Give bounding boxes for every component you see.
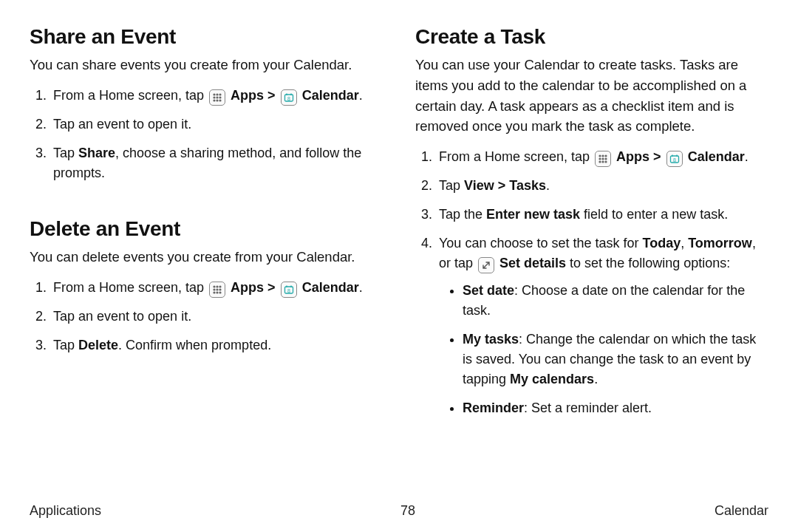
text: From a Home screen, tap xyxy=(53,280,208,295)
svg-point-27 xyxy=(601,154,604,157)
heading-share-event: Share an Event xyxy=(30,25,383,49)
svg-text:8: 8 xyxy=(287,95,290,100)
task-step-1: From a Home screen, tap Apps > 8 Calenda… xyxy=(436,147,768,167)
svg-point-33 xyxy=(601,160,604,163)
bullet-reminder: Reminder: Set a reminder alert. xyxy=(463,398,768,418)
bullet-set-date: Set date: Choose a date on the calendar … xyxy=(463,281,768,321)
text: Tap the xyxy=(439,207,486,222)
bold-delete: Delete xyxy=(78,338,118,352)
text: Tap xyxy=(439,178,464,193)
svg-point-32 xyxy=(598,160,601,163)
footer-left: Applications xyxy=(30,503,101,519)
svg-point-4 xyxy=(216,96,218,98)
apps-label: Apps xyxy=(231,280,264,295)
apps-icon xyxy=(209,282,225,298)
bullet-label: Reminder xyxy=(463,400,524,415)
bold-today: Today xyxy=(643,236,681,250)
svg-point-19 xyxy=(213,291,215,293)
svg-point-1 xyxy=(216,93,218,95)
period: . xyxy=(359,88,363,103)
svg-point-6 xyxy=(213,99,215,101)
calendar-label: Calendar xyxy=(302,88,359,103)
separator: > xyxy=(653,149,665,164)
delete-step-2: Tap an event to open it. xyxy=(50,307,383,327)
document-page: Share an Event You can share events you … xyxy=(0,0,798,532)
svg-point-2 xyxy=(219,93,221,95)
expand-icon xyxy=(478,257,494,273)
svg-point-31 xyxy=(604,157,607,160)
bullet-my-tasks: My tasks: Change the calendar on which t… xyxy=(463,330,768,389)
task-options-bullets: Set date: Choose a date on the calendar … xyxy=(439,281,768,418)
calendar-icon: 8 xyxy=(666,151,683,167)
bold-view-tasks: View > Tasks xyxy=(464,178,546,193)
svg-point-3 xyxy=(213,96,215,98)
text: field to enter a new task. xyxy=(580,207,728,222)
intro-create-task: You can use your Calendar to create task… xyxy=(415,55,768,137)
svg-point-28 xyxy=(604,154,607,157)
text: . xyxy=(546,178,550,193)
apps-label: Apps xyxy=(616,149,649,164)
bold-tomorrow: Tomorrow xyxy=(688,236,752,250)
svg-point-8 xyxy=(219,99,221,101)
svg-point-26 xyxy=(598,154,601,157)
create-task-steps: From a Home screen, tap Apps > 8 Calenda… xyxy=(415,147,768,418)
bold-my-calendars: My calendars xyxy=(510,372,594,386)
bold-enter-new-task: Enter new task xyxy=(486,207,580,222)
footer-right: Calendar xyxy=(715,503,768,519)
svg-point-15 xyxy=(219,285,221,287)
delete-step-1: From a Home screen, tap Apps > 8 Calenda… xyxy=(50,278,383,298)
svg-point-17 xyxy=(216,288,218,290)
share-steps: From a Home screen, tap Apps > 8 Calenda… xyxy=(30,86,383,183)
period: . xyxy=(359,280,363,295)
svg-point-5 xyxy=(219,96,221,98)
svg-point-13 xyxy=(213,285,215,287)
separator: > xyxy=(267,280,279,295)
svg-point-16 xyxy=(213,288,215,290)
period: . xyxy=(745,149,748,164)
bullet-label: My tasks xyxy=(463,332,519,347)
bold-share: Share xyxy=(78,146,115,160)
svg-point-20 xyxy=(216,291,218,293)
apps-label: Apps xyxy=(231,88,264,103)
bullet-text: : Set a reminder alert. xyxy=(524,400,652,415)
footer-page-number: 78 xyxy=(400,503,415,519)
text: From a Home screen, tap xyxy=(53,88,208,103)
text: to set the following options: xyxy=(566,256,730,270)
calendar-icon: 8 xyxy=(281,282,297,298)
delete-step-3: Tap Delete. Confirm when prompted. xyxy=(50,335,383,355)
separator: > xyxy=(267,88,279,103)
svg-point-30 xyxy=(601,157,604,160)
share-step-2: Tap an event to open it. xyxy=(50,115,383,134)
task-step-4: You can choose to set the task for Today… xyxy=(436,233,768,418)
delete-steps: From a Home screen, tap Apps > 8 Calenda… xyxy=(30,278,383,355)
svg-point-0 xyxy=(213,93,215,95)
svg-text:8: 8 xyxy=(287,287,290,293)
svg-point-14 xyxy=(216,285,218,287)
right-column: Create a Task You can use your Calendar … xyxy=(415,25,768,483)
task-step-3: Tap the Enter new task field to enter a … xyxy=(436,205,768,225)
apps-icon xyxy=(209,89,225,106)
share-step-3: Tap Share, choose a sharing method, and … xyxy=(50,143,383,183)
calendar-icon: 8 xyxy=(281,89,297,106)
text: , xyxy=(681,236,688,250)
text: You can choose to set the task for xyxy=(439,236,643,250)
heading-delete-event: Delete an Event xyxy=(30,217,383,241)
svg-point-7 xyxy=(216,99,218,101)
bold-set-details: Set details xyxy=(499,256,566,270)
heading-create-task: Create a Task xyxy=(415,25,768,49)
left-column: Share an Event You can share events you … xyxy=(30,25,383,483)
share-step-1: From a Home screen, tap Apps > 8 Calenda… xyxy=(50,86,383,106)
svg-text:8: 8 xyxy=(673,157,676,163)
intro-share-event: You can share events you create from you… xyxy=(30,55,383,75)
calendar-label: Calendar xyxy=(302,280,359,295)
intro-delete-event: You can delete events you create from yo… xyxy=(30,247,383,267)
text: . Confirm when prompted. xyxy=(118,338,271,352)
task-step-2: Tap View > Tasks. xyxy=(436,176,768,196)
svg-point-34 xyxy=(604,160,607,163)
bullet-text: . xyxy=(594,372,598,386)
page-footer: Applications 78 Calendar xyxy=(30,503,768,519)
calendar-label: Calendar xyxy=(688,149,745,164)
text: From a Home screen, tap xyxy=(439,149,593,164)
text: Tap xyxy=(53,338,78,352)
svg-point-21 xyxy=(219,291,221,293)
